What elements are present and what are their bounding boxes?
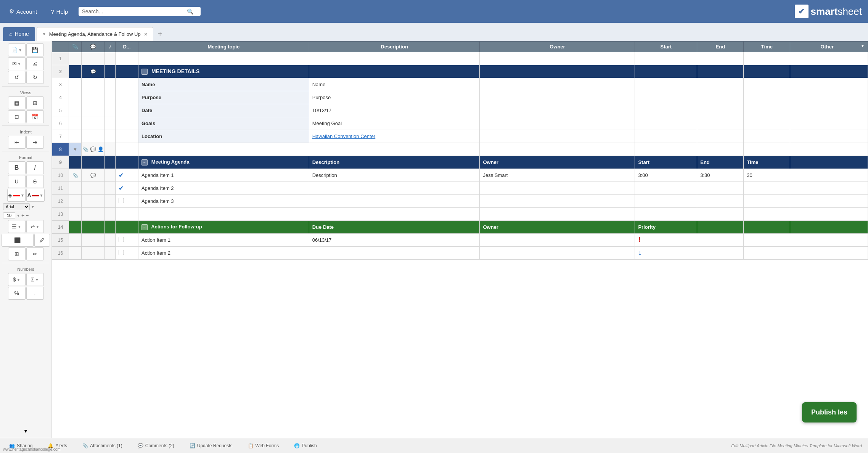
paperclip-icon-10[interactable]: 📎 — [72, 173, 78, 178]
font-size-input[interactable] — [3, 212, 15, 218]
bold-button[interactable]: B — [8, 161, 26, 174]
row11-owner[interactable] — [480, 182, 635, 195]
row1-time[interactable] — [744, 52, 790, 65]
row8-desc[interactable] — [309, 143, 480, 156]
row13-start[interactable] — [635, 208, 697, 221]
row6-time[interactable] — [744, 117, 790, 130]
row10-topic[interactable]: Agenda Item 1 — [138, 169, 309, 182]
row12-topic[interactable]: Agenda Item 3 — [138, 195, 309, 208]
row8-user-icon[interactable]: 👤 — [98, 146, 104, 152]
row13-end[interactable] — [697, 208, 744, 221]
row10-other[interactable] — [790, 169, 868, 182]
redo-button[interactable]: ↻ — [26, 71, 44, 84]
row13-owner[interactable] — [480, 208, 635, 221]
row10-end[interactable]: 3:30 — [697, 169, 744, 182]
underline-button[interactable]: U — [8, 175, 26, 188]
row16-topic[interactable]: Action Item 2 — [138, 247, 309, 260]
indent-right-button[interactable]: ⇥ — [26, 136, 44, 149]
percent-button[interactable]: % — [8, 287, 26, 300]
row4-other[interactable] — [790, 91, 868, 104]
row5-other[interactable] — [790, 104, 868, 117]
row15-end[interactable] — [697, 234, 744, 247]
section-collapse-button[interactable]: − — [141, 69, 148, 75]
row10-desc[interactable]: Description — [309, 169, 480, 182]
row3-label[interactable]: Name — [138, 78, 309, 91]
publish-bottom-button[interactable]: 🌐 Publish — [291, 442, 320, 450]
row5-end[interactable] — [697, 104, 744, 117]
row5-value[interactable]: 10/13/17 — [309, 104, 480, 117]
web-forms-button[interactable]: 📋 Web Forms — [245, 442, 282, 450]
row16-due[interactable] — [309, 247, 480, 260]
fill-button[interactable]: ⬛ — [2, 234, 34, 247]
text-color-button[interactable]: A ▼ — [26, 189, 45, 202]
font-select[interactable]: Arial — [3, 203, 30, 210]
followup-collapse-button[interactable]: − — [141, 224, 148, 230]
account-button[interactable]: ⚙ Account — [6, 6, 40, 16]
row7-end[interactable] — [697, 130, 744, 143]
row8-end[interactable] — [697, 143, 744, 156]
row11-time[interactable] — [744, 182, 790, 195]
row12-desc[interactable] — [309, 195, 480, 208]
paint-brush-button[interactable]: 🖊 — [34, 234, 50, 247]
row3-other[interactable] — [790, 78, 868, 91]
row3-time[interactable] — [744, 78, 790, 91]
search-input[interactable] — [82, 8, 185, 14]
agenda-collapse-button[interactable]: − — [141, 159, 148, 165]
checkbox-15-unchecked[interactable] — [119, 237, 124, 242]
row8-owner[interactable] — [480, 143, 635, 156]
row4-start[interactable] — [635, 91, 697, 104]
row6-start[interactable] — [635, 117, 697, 130]
row15-time[interactable] — [744, 234, 790, 247]
row8-start[interactable] — [635, 143, 697, 156]
grid-view-button[interactable]: ▦ — [8, 96, 26, 109]
wrap-text-button[interactable]: ⇌ ▼ — [26, 220, 44, 233]
italic-button[interactable]: I — [26, 161, 44, 174]
row3-start[interactable] — [635, 78, 697, 91]
row3-owner[interactable] — [480, 78, 635, 91]
row13-other[interactable] — [790, 208, 868, 221]
undo-button[interactable]: ↺ — [8, 71, 26, 84]
row2-comment[interactable]: 💬 — [82, 65, 105, 78]
row7-value[interactable]: Hawaiian Convention Center — [309, 130, 480, 143]
row12-time[interactable] — [744, 195, 790, 208]
row8-attach-icon[interactable]: 📎 — [82, 146, 88, 152]
row16-other[interactable] — [790, 247, 868, 260]
header-end[interactable]: End — [697, 42, 744, 52]
row1-owner[interactable] — [480, 52, 635, 65]
checkbox-10-checked[interactable]: ✔ — [119, 172, 124, 178]
row16-time[interactable] — [744, 247, 790, 260]
header-description[interactable]: Description — [309, 42, 480, 52]
row5-time[interactable] — [744, 104, 790, 117]
row11-start[interactable] — [635, 182, 697, 195]
publish-button[interactable]: Publish Ies — [802, 402, 857, 422]
row4-end[interactable] — [697, 91, 744, 104]
row7-time[interactable] — [744, 130, 790, 143]
checkbox-12-unchecked[interactable] — [119, 198, 124, 203]
toolbar-scroll-down[interactable]: ▼ — [2, 427, 50, 435]
comments-button[interactable]: 💬 Comments (2) — [135, 442, 177, 450]
tab-close-button[interactable]: ✕ — [144, 32, 148, 37]
row15-other[interactable] — [790, 234, 868, 247]
font-size-decrease-button[interactable]: − — [26, 212, 29, 218]
grid-format-button[interactable]: ⊞ — [8, 247, 26, 260]
row11-topic[interactable]: Agenda Item 2 — [138, 182, 309, 195]
row16-end[interactable] — [697, 247, 744, 260]
align-left-button[interactable]: ☰ ▼ — [8, 220, 26, 233]
header-meeting-topic[interactable]: Meeting topic — [138, 42, 309, 52]
row12-other[interactable] — [790, 195, 868, 208]
row5-label[interactable]: Date — [138, 104, 309, 117]
row11-desc[interactable] — [309, 182, 480, 195]
sum-button[interactable]: Σ ▼ — [26, 273, 44, 286]
row4-value[interactable]: Purpose — [309, 91, 480, 104]
row6-end[interactable] — [697, 117, 744, 130]
row15-topic[interactable]: Action Item 1 — [138, 234, 309, 247]
update-requests-button[interactable]: 🔄 Update Requests — [186, 442, 236, 450]
row10-owner[interactable]: Jess Smart — [480, 169, 635, 182]
row16-priority[interactable]: ↓ — [635, 247, 697, 260]
row7-label[interactable]: Location — [138, 130, 309, 143]
row8-other[interactable] — [790, 143, 868, 156]
row10-time[interactable]: 30 — [744, 169, 790, 182]
row6-other[interactable] — [790, 117, 868, 130]
row10-start[interactable]: 3:00 — [635, 169, 697, 182]
row6-value[interactable]: Meeting Goal — [309, 117, 480, 130]
